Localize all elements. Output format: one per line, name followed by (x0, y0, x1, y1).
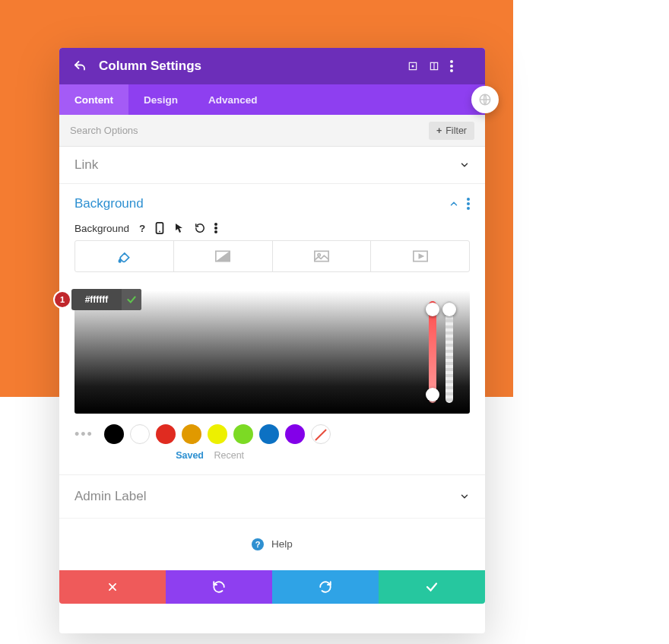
redo-button[interactable] (272, 570, 379, 604)
section-more-button[interactable] (467, 198, 470, 210)
redo-icon (319, 580, 332, 594)
section-link[interactable]: Link (59, 147, 485, 184)
section-admin-label-title: Admin Label (75, 489, 147, 504)
hover-icon[interactable] (175, 223, 189, 233)
layout-button[interactable] (429, 61, 450, 71)
search-options-row: Search Options + Filter (59, 115, 485, 147)
undo-icon (212, 580, 226, 594)
close-icon (107, 582, 118, 592)
hex-confirm-button[interactable] (122, 289, 141, 310)
background-type-tabs (75, 240, 470, 272)
kebab-icon (467, 198, 470, 210)
help-row: ? Help (59, 518, 485, 570)
help-icon[interactable]: ? (135, 223, 149, 234)
svg-point-1 (412, 65, 414, 67)
swatch-green[interactable] (233, 424, 253, 444)
reset-icon[interactable] (195, 223, 208, 233)
check-icon (425, 580, 439, 594)
section-link-title: Link (75, 157, 98, 173)
back-arrow-icon (73, 59, 87, 73)
more-button[interactable] (450, 60, 471, 72)
svg-point-12 (159, 231, 160, 233)
layout-icon (429, 61, 439, 71)
filter-button-label: Filter (445, 125, 467, 136)
modal-title: Column Settings (99, 59, 407, 74)
swatch-tab-saved[interactable]: Saved (105, 450, 204, 461)
modal-header: Column Settings (59, 48, 485, 84)
kebab-icon (450, 60, 453, 72)
hex-input[interactable] (71, 294, 122, 305)
svg-point-8 (467, 198, 470, 201)
help-circle-icon: ? (252, 538, 264, 550)
background-field-label: Background (75, 223, 129, 234)
annotation-badge: 1 (55, 292, 70, 307)
hue-slider-knob-bottom[interactable] (426, 388, 439, 401)
gradient-icon (215, 250, 230, 262)
hue-slider-knob-top[interactable] (426, 303, 439, 316)
filter-button[interactable]: + Filter (429, 122, 474, 140)
swatch-tab-recent[interactable]: Recent (214, 450, 244, 461)
color-picker: 1 (75, 290, 470, 414)
save-button[interactable] (379, 570, 485, 604)
hue-slider[interactable] (429, 301, 436, 403)
swatch-more-button[interactable]: ••• (75, 427, 94, 443)
svg-point-6 (450, 69, 453, 72)
swatch-red[interactable] (156, 424, 176, 444)
svg-point-14 (214, 227, 217, 230)
svg-point-5 (450, 65, 453, 68)
search-options-input[interactable]: Search Options (70, 125, 429, 136)
back-button[interactable] (73, 59, 91, 73)
bg-tab-image[interactable] (273, 241, 372, 271)
section-admin-label[interactable]: Admin Label (59, 474, 485, 518)
plus-icon: + (436, 125, 442, 136)
globe-icon (478, 93, 492, 106)
section-background-title: Background (75, 196, 144, 211)
image-icon (314, 250, 329, 262)
video-icon (413, 250, 428, 262)
collapse-background-button[interactable] (449, 198, 459, 209)
bg-tab-color[interactable] (75, 241, 174, 271)
swatch-white[interactable] (130, 424, 150, 444)
tab-advanced[interactable]: Advanced (193, 84, 273, 115)
globe-button[interactable] (471, 86, 499, 113)
expand-button[interactable] (407, 61, 429, 71)
swatch-row: ••• (59, 414, 485, 446)
swatch-black[interactable] (104, 424, 124, 444)
svg-rect-17 (315, 251, 328, 261)
alpha-slider-knob[interactable] (442, 303, 456, 316)
svg-point-4 (450, 60, 453, 63)
swatch-none[interactable] (311, 424, 331, 444)
tab-content[interactable]: Content (59, 84, 128, 115)
hex-input-group (71, 289, 141, 310)
svg-point-9 (467, 202, 470, 205)
check-icon (126, 294, 137, 305)
swatch-set-tabs: Saved Recent (59, 446, 485, 474)
color-picker-canvas[interactable] (75, 290, 470, 414)
bg-tab-gradient[interactable] (174, 241, 273, 271)
bg-tab-video[interactable] (371, 241, 469, 271)
alpha-slider[interactable] (445, 301, 453, 403)
cancel-button[interactable] (59, 570, 166, 604)
tab-design[interactable]: Design (128, 84, 193, 115)
column-settings-modal: Column Settings Content Design Advanced … (59, 48, 485, 604)
svg-point-10 (467, 207, 470, 210)
modal-footer (59, 570, 485, 604)
section-background: Background Background ? (59, 184, 485, 277)
swatch-blue[interactable] (259, 424, 279, 444)
swatch-purple[interactable] (285, 424, 305, 444)
field-more-button[interactable] (214, 223, 228, 233)
undo-button[interactable] (166, 570, 272, 604)
expand-icon (407, 61, 418, 71)
settings-tabs: Content Design Advanced (59, 84, 485, 115)
swatch-yellow[interactable] (208, 424, 227, 444)
swatch-orange[interactable] (182, 424, 201, 444)
help-link[interactable]: Help (271, 538, 293, 550)
svg-point-18 (318, 254, 320, 256)
chevron-down-icon (459, 491, 470, 502)
paint-bucket-icon (116, 249, 132, 264)
chevron-down-icon (459, 160, 470, 170)
responsive-icon[interactable] (155, 222, 169, 234)
svg-point-15 (214, 230, 217, 233)
svg-point-13 (214, 223, 217, 226)
